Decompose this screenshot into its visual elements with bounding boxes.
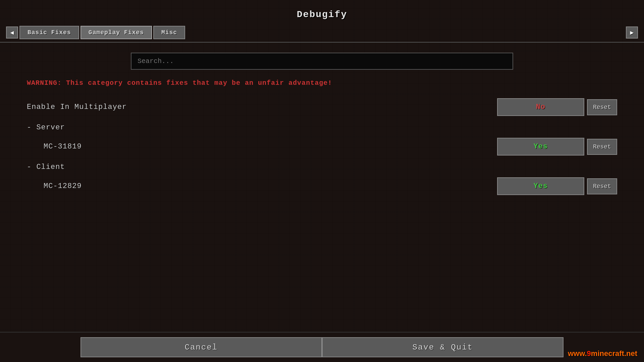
nav-right-arrow[interactable]: ▶ (626, 26, 638, 39)
value-button-mc-31819[interactable]: Yes (497, 138, 584, 156)
value-button-mc-12829[interactable]: Yes (497, 177, 584, 195)
tab-basic-fixes[interactable]: Basic Fixes (19, 26, 79, 39)
setting-row-mc-12829: MC-12829 Yes Reset (27, 176, 617, 196)
app-title: Debugify (0, 0, 644, 20)
nav-left-arrow[interactable]: ◀ (6, 26, 18, 39)
reset-button-enable-in-multiplayer[interactable]: Reset (587, 99, 617, 115)
reset-button-mc-12829[interactable]: Reset (587, 178, 617, 194)
setting-label-mc-12829: MC-12829 (44, 182, 82, 190)
reset-button-mc-31819[interactable]: Reset (587, 139, 617, 155)
warning-text: WARNING: This category contains fixes th… (27, 79, 617, 87)
cancel-button[interactable]: Cancel (80, 337, 322, 357)
setting-row-mc-31819: MC-31819 Yes Reset (27, 136, 617, 157)
tab-gameplay-fixes[interactable]: Gameplay Fixes (80, 26, 152, 39)
content-area: WARNING: This category contains fixes th… (0, 43, 644, 213)
watermark: www.9minecraft.net (568, 349, 637, 358)
search-container (27, 53, 617, 70)
tab-bar: ◀ Basic Fixes Gameplay Fixes Misc ▶ (0, 20, 644, 39)
setting-controls-mc-12829: Yes Reset (497, 177, 617, 195)
tab-misc[interactable]: Misc (153, 26, 185, 39)
section-header-client: - Client (27, 163, 617, 171)
setting-controls-enable-in-multiplayer: No Reset (497, 98, 617, 116)
value-button-enable-in-multiplayer[interactable]: No (497, 98, 584, 116)
watermark-text: www.9minecraft.net (568, 349, 637, 358)
setting-label-mc-31819: MC-31819 (44, 142, 82, 151)
setting-label-enable-in-multiplayer: Enable In Multiplayer (27, 103, 127, 111)
setting-row-enable-in-multiplayer: Enable In Multiplayer No Reset (27, 97, 617, 117)
bottom-bar: Cancel Save & Quit (0, 332, 644, 362)
save-quit-button[interactable]: Save & Quit (322, 337, 564, 357)
section-header-server: - Server (27, 123, 617, 132)
setting-controls-mc-31819: Yes Reset (497, 138, 617, 156)
search-input[interactable] (131, 53, 513, 70)
